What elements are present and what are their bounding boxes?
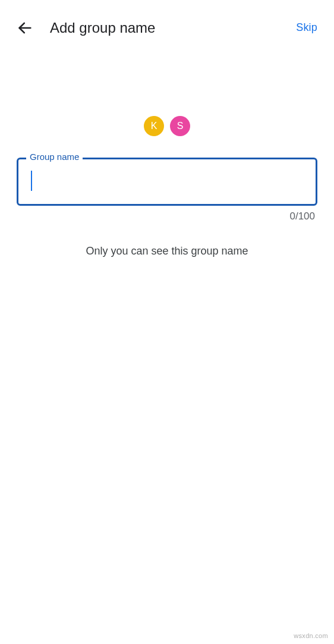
watermark: wsxdn.com <box>294 632 328 639</box>
skip-button[interactable]: Skip <box>294 17 320 39</box>
header: Add group name Skip <box>0 0 334 51</box>
back-button[interactable] <box>14 17 36 39</box>
helper-text: Only you can see this group name <box>17 245 317 257</box>
group-name-field-wrapper: Group name <box>17 158 317 206</box>
text-cursor <box>31 171 32 191</box>
content-area: K S Group name 0/100 Only you can see th… <box>0 51 334 257</box>
group-name-label: Group name <box>26 152 83 162</box>
group-avatars: K S <box>17 116 317 136</box>
character-count: 0/100 <box>17 211 317 222</box>
avatar: S <box>170 116 190 136</box>
page-title: Add group name <box>50 20 294 36</box>
arrow-left-icon <box>17 20 33 36</box>
group-name-input[interactable] <box>17 158 317 206</box>
avatar: K <box>144 116 164 136</box>
